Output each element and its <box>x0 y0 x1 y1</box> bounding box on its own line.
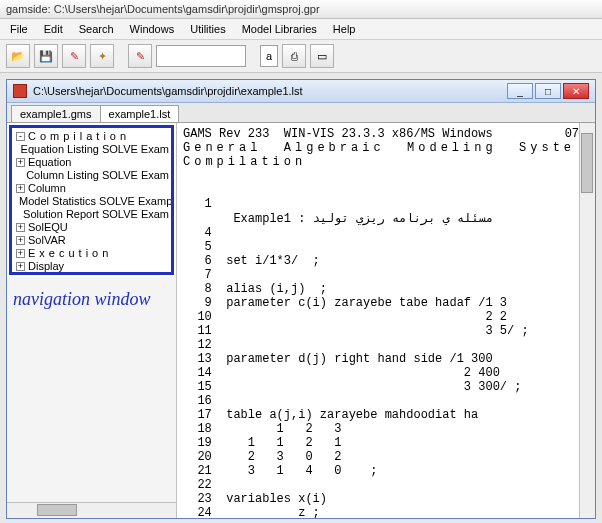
navigation-pane: -Compilation Equation Listing SOLVE Exam… <box>7 123 177 518</box>
minimize-button[interactable]: _ <box>507 83 533 99</box>
menu-windows[interactable]: Windows <box>124 21 181 37</box>
menu-edit[interactable]: Edit <box>38 21 69 37</box>
tree-item-equation-listing[interactable]: Equation Listing SOLVE Exam <box>14 143 169 156</box>
tab-lst[interactable]: example1.lst <box>100 105 180 122</box>
folder-icon: 📂 <box>11 50 25 63</box>
tree-item-column-listing[interactable]: Column Listing SOLVE Exam <box>14 169 169 182</box>
menubar: File Edit Search Windows Utilities Model… <box>0 19 602 40</box>
tree-item-solution-report[interactable]: Solution Report SOLVE Exam <box>14 208 169 221</box>
app-title: gamside: C:\Users\hejar\Documents\gamsdi… <box>6 3 320 15</box>
menu-model-libraries[interactable]: Model Libraries <box>236 21 323 37</box>
tab-gms[interactable]: example1.gms <box>11 105 101 122</box>
plus-icon[interactable]: + <box>16 249 25 258</box>
app-titlebar: gamside: C:\Users\hejar\Documents\gamsdi… <box>0 0 602 19</box>
plus-icon[interactable]: + <box>16 262 25 271</box>
scrollbar-thumb[interactable] <box>37 504 77 516</box>
pencil-icon: ✎ <box>70 50 79 63</box>
close-button[interactable]: ✕ <box>563 83 589 99</box>
tree-item-solvar[interactable]: +SolVAR <box>14 234 169 247</box>
document-title: C:\Users\hejar\Documents\gamsdir\projdir… <box>33 85 303 97</box>
document-window: C:\Users\hejar\Documents\gamsdir\projdir… <box>6 79 596 519</box>
pencil-icon: ✎ <box>136 50 145 63</box>
nav-h-scrollbar[interactable] <box>7 502 176 518</box>
document-titlebar[interactable]: C:\Users\hejar\Documents\gamsdir\projdir… <box>7 80 595 103</box>
tree-item-solequ[interactable]: +SolEQU <box>14 221 169 234</box>
wand-icon: ✦ <box>98 50 107 63</box>
scrollbar-thumb[interactable] <box>581 133 593 193</box>
maximize-button[interactable]: □ <box>535 83 561 99</box>
navigation-caption: navigation window <box>7 277 176 402</box>
tree-item-compilation[interactable]: -Compilation <box>14 130 169 143</box>
plus-icon[interactable]: + <box>16 158 25 167</box>
print-button[interactable]: ⎙ <box>282 44 306 68</box>
menu-help[interactable]: Help <box>327 21 362 37</box>
plus-icon[interactable]: + <box>16 184 25 193</box>
file-tabs: example1.gms example1.lst <box>7 103 595 122</box>
menu-search[interactable]: Search <box>73 21 120 37</box>
tree-item-execution[interactable]: +Execution <box>14 247 169 260</box>
open-button[interactable]: 📂 <box>6 44 30 68</box>
edit-button-2[interactable]: ✎ <box>128 44 152 68</box>
outline-tree[interactable]: -Compilation Equation Listing SOLVE Exam… <box>9 125 174 275</box>
minus-icon[interactable]: - <box>16 132 25 141</box>
edit-button-1[interactable]: ✎ <box>62 44 86 68</box>
tree-item-equation[interactable]: +Equation <box>14 156 169 169</box>
tree-item-model-statistics[interactable]: Model Statistics SOLVE Examp <box>14 195 169 208</box>
toolbar-small-input[interactable] <box>260 45 278 67</box>
plus-icon[interactable]: + <box>16 236 25 245</box>
toolbar: 📂 💾 ✎ ✦ ✎ ⎙ ▭ <box>0 40 602 73</box>
save-icon: 💾 <box>39 50 53 63</box>
listing-content[interactable]: GAMS Rev 233 WIN-VIS 23.3.3 x86/MS Windo… <box>177 123 579 518</box>
tree-item-display[interactable]: +Display <box>14 260 169 273</box>
toolbar-combo[interactable] <box>156 45 246 67</box>
doc-icon: ▭ <box>317 50 327 63</box>
wand-button[interactable]: ✦ <box>90 44 114 68</box>
menu-utilities[interactable]: Utilities <box>184 21 231 37</box>
ide-icon <box>13 84 27 98</box>
menu-file[interactable]: File <box>4 21 34 37</box>
print-icon: ⎙ <box>291 50 298 62</box>
tree-item-column[interactable]: +Column <box>14 182 169 195</box>
doc-button[interactable]: ▭ <box>310 44 334 68</box>
plus-icon[interactable]: + <box>16 223 25 232</box>
content-v-scrollbar[interactable] <box>579 123 595 518</box>
save-button[interactable]: 💾 <box>34 44 58 68</box>
